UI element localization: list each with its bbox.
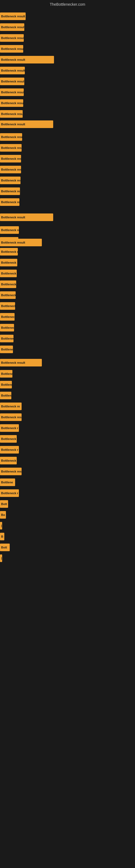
bar-label: Bott xyxy=(1,546,7,549)
bar-label: Bottleneck result xyxy=(1,101,23,105)
bar-label: B xyxy=(1,535,3,538)
bar-label: Bottleneck result xyxy=(1,228,19,231)
bar-label: Bottleneck result xyxy=(1,415,21,419)
bar-item: Bottleneck result xyxy=(0,155,21,162)
bar-label: Bottleneck result xyxy=(1,157,21,160)
bar-item: Bottleneck result xyxy=(0,187,20,195)
bar-label: Bottleneck result xyxy=(1,135,22,138)
bar-item: Bott xyxy=(0,500,8,508)
bar-item: Bottleneck result xyxy=(0,313,14,321)
bar-item: Bottleneck result xyxy=(0,259,17,267)
bar-item: Bottleneck result xyxy=(0,88,24,96)
bar-label: Bottleneck result xyxy=(1,361,25,364)
bar-label: Bottleneck result xyxy=(1,272,17,275)
bar-label: Bottleneck result xyxy=(1,26,24,29)
bar-item: Bo xyxy=(0,511,6,519)
bar-label: Bottleneck result xyxy=(1,241,25,244)
bar-item: Bottleneck r xyxy=(0,424,19,432)
site-title: TheBottlenecker.com xyxy=(0,0,135,8)
bar-label: Bottleneck result xyxy=(1,261,17,264)
bar-item: Bott xyxy=(0,544,10,551)
bar-label: Bottleneck result xyxy=(1,69,25,72)
bar-label: Bottleneck result xyxy=(1,337,13,340)
bar-label: Bottleneck result xyxy=(1,168,21,171)
bar-label: Bottleneck re xyxy=(1,405,20,408)
bar-item: Bottleneck result xyxy=(0,226,19,234)
bar-label: Bott xyxy=(1,502,7,506)
bar-item: Bottleneck re xyxy=(0,403,21,410)
bar-item: Bottleneck result xyxy=(0,12,26,20)
bar-item: Bottleneck result xyxy=(0,359,42,367)
bar-label: Bottleneck r xyxy=(1,448,18,452)
bar-label: Bottleneck result xyxy=(1,293,16,297)
bar-label: | xyxy=(1,524,2,527)
bar-label: Bo xyxy=(1,513,5,517)
bar-item: Bottleneck result xyxy=(0,110,23,118)
bar-item: Bottleneck r xyxy=(0,446,19,454)
bar-label: Bottleneck result xyxy=(1,146,21,150)
bar-label: Bottleneck result xyxy=(1,190,20,193)
chart-area: Bottleneck resultBottleneck resultBottle… xyxy=(0,8,135,862)
bar-label: Bottleneck result xyxy=(1,383,12,386)
bar-label: Bottleneck result xyxy=(1,216,25,219)
bar-label: Bottleneck result xyxy=(1,36,24,40)
bar-item: Bottleneck result xyxy=(0,214,53,221)
bar-label: Bottleneck result xyxy=(1,58,25,61)
bar-label: Bottleneck xyxy=(1,459,16,462)
bar-item: Bottleneck xyxy=(0,435,17,443)
bar-label: Bottlene xyxy=(1,480,13,484)
bar-item: Bottleneck result xyxy=(0,133,22,141)
bar-label: Bottleneck result xyxy=(1,283,16,286)
bar-item: Bottleneck result xyxy=(0,291,16,299)
bar-item: Bottleneck xyxy=(0,457,17,464)
bar-item: Bottleneck result xyxy=(0,177,20,184)
bar-item: | xyxy=(0,554,2,562)
bar-item: B xyxy=(0,533,4,540)
bar-label: Bottleneck result xyxy=(1,91,24,94)
bar-item: Bottleneck result xyxy=(0,335,13,342)
bar-label: Bottleneck r xyxy=(1,492,18,495)
bar-label: Bottleneck result xyxy=(1,200,19,204)
bar-label: Bottleneck xyxy=(1,437,16,440)
bar-label: | xyxy=(1,557,2,560)
bar-item: Bottleneck result xyxy=(0,413,21,421)
bar-item: Bottleneck result xyxy=(0,144,21,152)
bar-label: Bottleneck result xyxy=(1,348,13,351)
bar-label: Bottleneck result xyxy=(1,179,20,182)
bar-item: Bottleneck result xyxy=(0,67,25,74)
bar-item: Bottleneck result xyxy=(0,78,24,85)
bar-label: Bottleneck result xyxy=(1,112,23,116)
bar-item: Bottleneck result xyxy=(0,23,24,31)
bar-label: Bottleneck res xyxy=(1,470,21,473)
bar-label: Bottleneck result xyxy=(1,304,15,308)
bar-item: Bottleneck result xyxy=(0,248,18,255)
bar-item: Bottleneck result xyxy=(0,370,12,378)
bar-item: Bottleneck result xyxy=(0,34,24,42)
bar-item: | xyxy=(0,522,2,529)
bar-item: Bottleneck result xyxy=(0,381,12,389)
bar-item: Bottleneck result xyxy=(0,302,15,310)
bar-item: Bottleneck result xyxy=(0,346,13,353)
bar-item: Bottleneck result xyxy=(0,166,21,173)
bar-item: Bottleneck result xyxy=(0,198,19,206)
bar-item: Bottleneck result xyxy=(0,392,11,399)
bar-label: Bottleneck result xyxy=(1,14,25,18)
bar-item: Bottleneck result xyxy=(0,120,53,128)
bar-label: Bottleneck result xyxy=(1,250,18,253)
bar-label: Bottleneck result xyxy=(1,394,11,397)
bar-label: Bottleneck result xyxy=(1,326,14,329)
bar-item: Bottleneck res xyxy=(0,468,21,475)
bar-item: Bottleneck result xyxy=(0,239,42,246)
bar-item: Bottleneck result xyxy=(0,56,54,63)
bar-label: Bottleneck result xyxy=(1,372,12,375)
bar-item: Bottleneck result xyxy=(0,99,23,107)
bar-label: Bottleneck result xyxy=(1,123,25,126)
bar-label: Bottleneck r xyxy=(1,426,18,430)
bar-label: Bottleneck result xyxy=(1,47,23,51)
bar-item: Bottlene xyxy=(0,478,15,486)
bar-item: Bottleneck result xyxy=(0,280,16,288)
bar-label: Bottleneck result xyxy=(1,80,24,83)
bar-item: Bottleneck result xyxy=(0,45,23,53)
bar-item: Bottleneck result xyxy=(0,270,17,277)
bar-label: Bottleneck result xyxy=(1,315,14,318)
